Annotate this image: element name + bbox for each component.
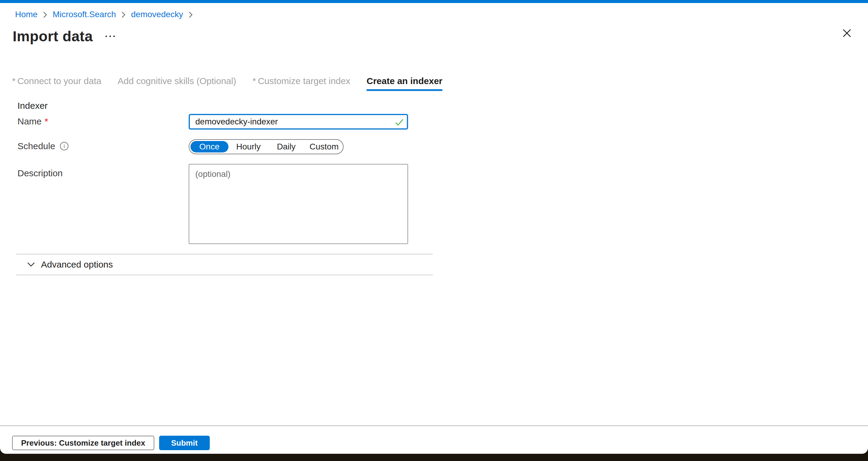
breadcrumb-link-demovedecky[interactable]: demovedecky [131, 10, 183, 19]
wizard-tabs: *Connect to your data Add cognitive skil… [0, 76, 868, 91]
submit-button[interactable]: Submit [159, 436, 210, 450]
close-icon[interactable] [841, 28, 852, 38]
schedule-option-custom[interactable]: Custom [305, 140, 343, 154]
page-title: Import data [13, 28, 93, 44]
schedule-option-daily[interactable]: Daily [267, 140, 305, 154]
breadcrumb: Home Microsoft.Search demovedecky [15, 10, 868, 19]
tab-label: Customize target index [258, 76, 350, 86]
indexer-section-label: Indexer [18, 101, 868, 111]
breadcrumb-link-microsoft-search[interactable]: Microsoft.Search [53, 10, 116, 19]
description-label: Description [18, 164, 189, 178]
tab-required-marker: * [12, 76, 16, 86]
chevron-right-icon [121, 11, 126, 18]
previous-step-button[interactable]: Previous: Customize target index [12, 436, 154, 450]
tab-customize-target-index[interactable]: *Customize target index [253, 76, 350, 91]
required-asterisk: * [44, 116, 48, 127]
chevron-right-icon [43, 11, 47, 18]
description-textarea[interactable] [189, 164, 408, 244]
info-icon[interactable]: i [60, 142, 68, 150]
indexer-name-input[interactable] [189, 114, 408, 129]
schedule-row: Schedule i Once Hourly Daily Custom [0, 139, 868, 154]
chevron-right-icon [189, 11, 193, 18]
name-label: Name* [18, 114, 189, 127]
tab-label: Connect to your data [18, 76, 101, 86]
schedule-label: Schedule i [18, 139, 189, 151]
advanced-options-toggle[interactable]: Advanced options [16, 254, 433, 275]
tab-label: Create an indexer [367, 76, 442, 86]
tab-add-cognitive-skills[interactable]: Add cognitive skills (Optional) [118, 76, 236, 91]
schedule-option-hourly[interactable]: Hourly [230, 140, 268, 154]
wizard-footer: Previous: Customize target index Submit [0, 425, 868, 450]
description-row: Description [0, 164, 868, 244]
advanced-options-label: Advanced options [41, 259, 113, 270]
import-data-panel: Home Microsoft.Search demovedecky Import… [0, 0, 868, 454]
app-window: Home Microsoft.Search demovedecky Import… [0, 0, 868, 461]
tab-connect-to-your-data[interactable]: *Connect to your data [12, 76, 101, 91]
schedule-option-once[interactable]: Once [190, 141, 228, 152]
more-options-icon[interactable] [103, 33, 117, 39]
page-header: Import data [13, 27, 868, 45]
chevron-down-icon [27, 262, 35, 267]
schedule-toggle-group: Once Hourly Daily Custom [189, 139, 344, 154]
portal-top-accent-bar [0, 0, 868, 3]
tab-label: Add cognitive skills (Optional) [118, 76, 236, 86]
name-row: Name* [0, 114, 868, 129]
tab-required-marker: * [253, 76, 256, 86]
tab-create-an-indexer[interactable]: Create an indexer [367, 76, 442, 91]
breadcrumb-link-home[interactable]: Home [15, 10, 38, 19]
